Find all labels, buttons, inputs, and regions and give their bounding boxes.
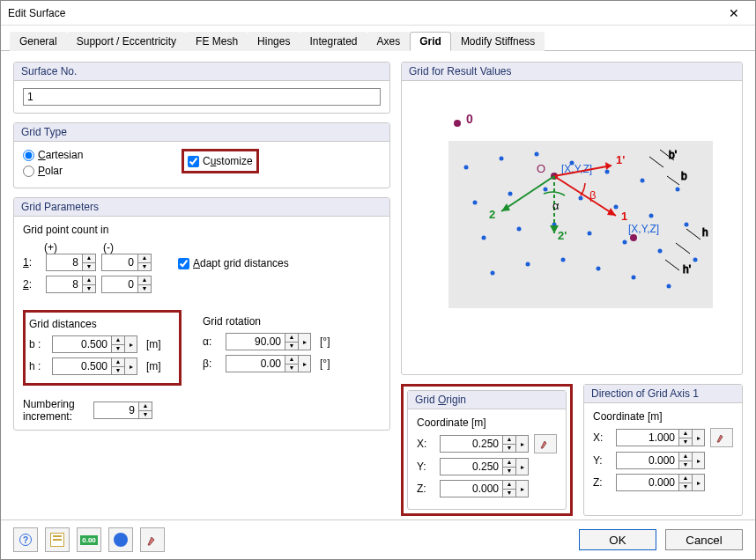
checkbox-customize-input[interactable] [188,156,199,167]
svg-point-25 [597,267,601,271]
row1-plus-spin[interactable]: ▲▼ [46,254,96,271]
tab-axes[interactable]: Axes [367,32,411,51]
h-spin[interactable]: ▲▼ ▸ [52,357,137,375]
radio-polar[interactable]: Polar [23,165,182,177]
axis1-y-picker-icon[interactable]: ▸ [692,453,704,468]
checkbox-adapt[interactable]: Adapt grid distances [178,257,289,269]
origin-x-spin[interactable]: ▲▼ ▸ [440,435,529,453]
b-input[interactable] [53,336,111,352]
tab-integrated[interactable]: Integrated [300,32,367,51]
origin-y-picker-icon[interactable]: ▸ [515,459,528,475]
row1-label: 1: [23,256,41,269]
numbering-spin[interactable]: ▲▼ [93,402,152,419]
radio-polar-input[interactable] [23,166,34,177]
origin-z-spin[interactable]: ▲▼ ▸ [440,480,529,497]
tab-hinges[interactable]: Hinges [248,32,300,51]
beta-input[interactable] [226,356,285,372]
cancel-button[interactable]: Cancel [665,529,743,550]
svg-text:h': h' [683,263,691,276]
origin-x-picker-icon[interactable]: ▸ [515,436,528,452]
surface-no-group: Surface No. [13,62,390,114]
axis1-header: Direction of Grid Axis 1 [584,385,742,403]
origin-pick-button[interactable] [534,434,557,453]
svg-point-26 [632,276,636,280]
grid-type-header: Grid Type [14,123,389,142]
row1-minus-input[interactable] [102,254,137,270]
tab-femesh[interactable]: FE Mesh [186,32,248,51]
close-icon[interactable]: ✕ [720,4,748,23]
origin-z-label: Z: [417,483,434,495]
row1-plus-input[interactable] [47,254,82,270]
b-spin[interactable]: ▲▼ ▸ [52,335,137,353]
beta-picker-icon[interactable]: ▸ [298,356,310,372]
alpha-input[interactable] [226,334,285,350]
axis1-x-picker-icon[interactable]: ▸ [692,430,704,446]
origin-z-input[interactable] [441,481,502,497]
row2-label: 2: [23,278,41,291]
axis1-y-input[interactable] [617,453,678,468]
tab-grid[interactable]: Grid [410,32,451,51]
grid-rotation-header: Grid rotation [203,315,354,328]
grid-distances-header: Grid distances [29,318,175,330]
svg-point-8 [473,201,478,205]
svg-point-20 [658,249,663,254]
surface-no-input[interactable] [23,88,381,106]
h-label: h : [29,360,47,372]
radio-cartesian-input[interactable] [23,150,34,161]
ok-button[interactable]: OK [579,529,656,550]
svg-text:0: 0 [466,112,473,126]
svg-text:α: α [552,199,560,212]
plus-label: (+) [44,241,57,254]
note-button[interactable] [45,527,70,552]
origin-x-input[interactable] [441,436,502,452]
svg-text:h: h [702,226,708,239]
tab-support[interactable]: Support / Eccentricity [67,32,186,51]
radio-polar-label: Polar [38,165,63,177]
checkbox-customize[interactable]: Customize [188,155,253,167]
svg-point-28 [454,120,461,127]
alpha-picker-icon[interactable]: ▸ [298,334,310,350]
numbering-input[interactable] [94,402,138,418]
pick-tool-button[interactable] [140,527,165,552]
row1-minus-spin[interactable]: ▲▼ [101,254,152,271]
svg-point-27 [667,284,671,289]
help-button[interactable]: ? [13,527,38,552]
svg-point-47 [630,234,637,241]
svg-point-13 [649,214,654,218]
tab-general[interactable]: General [10,32,67,51]
h-input[interactable] [53,358,111,374]
axis1-pick-button[interactable] [710,428,733,447]
svg-text:2': 2' [558,229,567,242]
checkbox-adapt-input[interactable] [178,258,189,269]
alpha-spin[interactable]: ▲▼ ▸ [226,333,311,350]
row2-minus-spin[interactable]: ▲▼ [101,276,152,293]
axis1-z-spin[interactable]: ▲▼ ▸ [616,474,705,491]
axis1-x-input[interactable] [617,430,678,446]
b-picker-icon[interactable]: ▸ [124,336,137,352]
svg-text:β: β [589,188,596,202]
row2-minus-input[interactable] [102,276,137,292]
row2-plus-spin[interactable]: ▲▼ [46,276,96,293]
h-picker-icon[interactable]: ▸ [124,358,137,374]
origin-y-spin[interactable]: ▲▼ ▸ [440,458,529,475]
radio-cartesian[interactable]: Cartesian [23,149,182,161]
view-button[interactable] [108,527,133,552]
origin-y-input[interactable] [441,459,502,475]
minus-label: (-) [103,241,114,254]
svg-point-19 [623,240,627,245]
axis1-z-label: Z: [593,476,611,489]
grid-origin-header: Grid Origin [408,391,566,409]
row2-plus-input[interactable] [47,276,82,292]
tab-modstiff[interactable]: Modify Stiffness [451,32,545,51]
axis1-coord-label: Coordinate [m] [593,410,733,423]
units-icon: 0.00 [80,535,98,545]
axis1-z-picker-icon[interactable]: ▸ [692,475,704,490]
svg-point-5 [605,170,610,174]
axis1-y-spin[interactable]: ▲▼ ▸ [616,452,705,469]
beta-spin[interactable]: ▲▼ ▸ [226,355,311,372]
origin-z-picker-icon[interactable]: ▸ [515,481,528,497]
svg-point-14 [685,223,689,227]
units-button[interactable]: 0.00 [77,527,101,552]
axis1-x-spin[interactable]: ▲▼ ▸ [616,429,705,446]
axis1-z-input[interactable] [617,475,678,490]
